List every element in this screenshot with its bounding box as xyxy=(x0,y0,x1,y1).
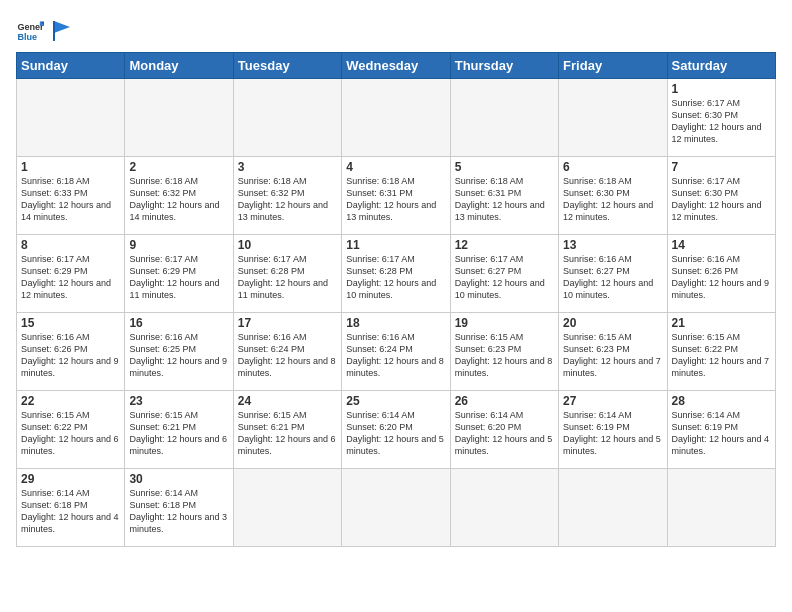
calendar-cell: 8 Sunrise: 6:17 AM Sunset: 6:29 PM Dayli… xyxy=(17,235,125,313)
day-number: 24 xyxy=(238,394,337,408)
calendar-cell xyxy=(450,469,558,547)
day-number: 13 xyxy=(563,238,662,252)
day-number: 20 xyxy=(563,316,662,330)
calendar-cell: 16 Sunrise: 6:16 AM Sunset: 6:25 PM Dayl… xyxy=(125,313,233,391)
day-info: Sunrise: 6:17 AM Sunset: 6:29 PM Dayligh… xyxy=(21,253,120,302)
day-info: Sunrise: 6:18 AM Sunset: 6:32 PM Dayligh… xyxy=(129,175,228,224)
calendar-cell: 18 Sunrise: 6:16 AM Sunset: 6:24 PM Dayl… xyxy=(342,313,450,391)
day-number: 27 xyxy=(563,394,662,408)
day-info: Sunrise: 6:16 AM Sunset: 6:24 PM Dayligh… xyxy=(238,331,337,380)
calendar-cell xyxy=(559,469,667,547)
week-row-4: 15 Sunrise: 6:16 AM Sunset: 6:26 PM Dayl… xyxy=(17,313,776,391)
calendar-cell: 6 Sunrise: 6:18 AM Sunset: 6:30 PM Dayli… xyxy=(559,157,667,235)
day-number: 18 xyxy=(346,316,445,330)
day-header-friday: Friday xyxy=(559,53,667,79)
day-info: Sunrise: 6:15 AM Sunset: 6:22 PM Dayligh… xyxy=(672,331,771,380)
calendar-cell: 12 Sunrise: 6:17 AM Sunset: 6:27 PM Dayl… xyxy=(450,235,558,313)
day-header-thursday: Thursday xyxy=(450,53,558,79)
day-info: Sunrise: 6:15 AM Sunset: 6:21 PM Dayligh… xyxy=(238,409,337,458)
day-number: 17 xyxy=(238,316,337,330)
day-number: 29 xyxy=(21,472,120,486)
day-info: Sunrise: 6:18 AM Sunset: 6:31 PM Dayligh… xyxy=(455,175,554,224)
day-info: Sunrise: 6:17 AM Sunset: 6:30 PM Dayligh… xyxy=(672,97,771,146)
day-info: Sunrise: 6:18 AM Sunset: 6:31 PM Dayligh… xyxy=(346,175,445,224)
calendar-cell: 20 Sunrise: 6:15 AM Sunset: 6:23 PM Dayl… xyxy=(559,313,667,391)
calendar-cell: 1 Sunrise: 6:18 AM Sunset: 6:33 PM Dayli… xyxy=(17,157,125,235)
day-number: 25 xyxy=(346,394,445,408)
day-header-monday: Monday xyxy=(125,53,233,79)
day-info: Sunrise: 6:14 AM Sunset: 6:18 PM Dayligh… xyxy=(21,487,120,536)
logo: General Blue xyxy=(16,16,70,44)
day-number: 5 xyxy=(455,160,554,174)
day-number: 9 xyxy=(129,238,228,252)
day-number: 30 xyxy=(129,472,228,486)
calendar-cell: 23 Sunrise: 6:15 AM Sunset: 6:21 PM Dayl… xyxy=(125,391,233,469)
day-number: 1 xyxy=(672,82,771,96)
day-number: 23 xyxy=(129,394,228,408)
day-number: 15 xyxy=(21,316,120,330)
svg-marker-4 xyxy=(54,21,70,33)
calendar-cell: 21 Sunrise: 6:15 AM Sunset: 6:22 PM Dayl… xyxy=(667,313,775,391)
calendar-cell: 14 Sunrise: 6:16 AM Sunset: 6:26 PM Dayl… xyxy=(667,235,775,313)
day-info: Sunrise: 6:16 AM Sunset: 6:26 PM Dayligh… xyxy=(672,253,771,302)
calendar-cell: 1 Sunrise: 6:17 AM Sunset: 6:30 PM Dayli… xyxy=(667,79,775,157)
logo-icon: General Blue xyxy=(16,16,44,44)
day-info: Sunrise: 6:14 AM Sunset: 6:20 PM Dayligh… xyxy=(346,409,445,458)
week-row-6: 29 Sunrise: 6:14 AM Sunset: 6:18 PM Dayl… xyxy=(17,469,776,547)
day-number: 14 xyxy=(672,238,771,252)
calendar-cell: 15 Sunrise: 6:16 AM Sunset: 6:26 PM Dayl… xyxy=(17,313,125,391)
day-number: 11 xyxy=(346,238,445,252)
day-number: 4 xyxy=(346,160,445,174)
calendar-cell xyxy=(559,79,667,157)
day-info: Sunrise: 6:14 AM Sunset: 6:18 PM Dayligh… xyxy=(129,487,228,536)
day-info: Sunrise: 6:17 AM Sunset: 6:27 PM Dayligh… xyxy=(455,253,554,302)
day-header-row: SundayMondayTuesdayWednesdayThursdayFrid… xyxy=(17,53,776,79)
calendar-cell xyxy=(667,469,775,547)
calendar-cell: 7 Sunrise: 6:17 AM Sunset: 6:30 PM Dayli… xyxy=(667,157,775,235)
calendar-cell: 9 Sunrise: 6:17 AM Sunset: 6:29 PM Dayli… xyxy=(125,235,233,313)
calendar-cell: 3 Sunrise: 6:18 AM Sunset: 6:32 PM Dayli… xyxy=(233,157,341,235)
day-info: Sunrise: 6:15 AM Sunset: 6:22 PM Dayligh… xyxy=(21,409,120,458)
day-info: Sunrise: 6:18 AM Sunset: 6:33 PM Dayligh… xyxy=(21,175,120,224)
day-info: Sunrise: 6:17 AM Sunset: 6:30 PM Dayligh… xyxy=(672,175,771,224)
day-header-wednesday: Wednesday xyxy=(342,53,450,79)
calendar-cell xyxy=(342,79,450,157)
day-info: Sunrise: 6:17 AM Sunset: 6:28 PM Dayligh… xyxy=(238,253,337,302)
calendar-cell: 22 Sunrise: 6:15 AM Sunset: 6:22 PM Dayl… xyxy=(17,391,125,469)
calendar-cell: 2 Sunrise: 6:18 AM Sunset: 6:32 PM Dayli… xyxy=(125,157,233,235)
day-number: 8 xyxy=(21,238,120,252)
svg-text:Blue: Blue xyxy=(17,32,37,42)
calendar-cell: 17 Sunrise: 6:16 AM Sunset: 6:24 PM Dayl… xyxy=(233,313,341,391)
week-row-5: 22 Sunrise: 6:15 AM Sunset: 6:22 PM Dayl… xyxy=(17,391,776,469)
day-number: 22 xyxy=(21,394,120,408)
day-info: Sunrise: 6:16 AM Sunset: 6:26 PM Dayligh… xyxy=(21,331,120,380)
day-header-tuesday: Tuesday xyxy=(233,53,341,79)
day-number: 1 xyxy=(21,160,120,174)
logo-flag-icon xyxy=(52,19,70,41)
day-info: Sunrise: 6:14 AM Sunset: 6:20 PM Dayligh… xyxy=(455,409,554,458)
day-number: 21 xyxy=(672,316,771,330)
calendar-cell: 27 Sunrise: 6:14 AM Sunset: 6:19 PM Dayl… xyxy=(559,391,667,469)
week-row-3: 8 Sunrise: 6:17 AM Sunset: 6:29 PM Dayli… xyxy=(17,235,776,313)
calendar-cell: 13 Sunrise: 6:16 AM Sunset: 6:27 PM Dayl… xyxy=(559,235,667,313)
day-number: 28 xyxy=(672,394,771,408)
calendar-cell xyxy=(233,79,341,157)
calendar-page: General Blue SundayMondayTuesdayWednesda… xyxy=(0,0,792,612)
calendar-cell: 26 Sunrise: 6:14 AM Sunset: 6:20 PM Dayl… xyxy=(450,391,558,469)
week-row-2: 1 Sunrise: 6:18 AM Sunset: 6:33 PM Dayli… xyxy=(17,157,776,235)
day-info: Sunrise: 6:14 AM Sunset: 6:19 PM Dayligh… xyxy=(672,409,771,458)
day-header-saturday: Saturday xyxy=(667,53,775,79)
calendar-cell xyxy=(17,79,125,157)
calendar-cell: 29 Sunrise: 6:14 AM Sunset: 6:18 PM Dayl… xyxy=(17,469,125,547)
calendar-cell: 28 Sunrise: 6:14 AM Sunset: 6:19 PM Dayl… xyxy=(667,391,775,469)
day-number: 6 xyxy=(563,160,662,174)
day-number: 2 xyxy=(129,160,228,174)
day-info: Sunrise: 6:17 AM Sunset: 6:29 PM Dayligh… xyxy=(129,253,228,302)
calendar-cell: 24 Sunrise: 6:15 AM Sunset: 6:21 PM Dayl… xyxy=(233,391,341,469)
day-number: 10 xyxy=(238,238,337,252)
calendar-cell: 5 Sunrise: 6:18 AM Sunset: 6:31 PM Dayli… xyxy=(450,157,558,235)
day-number: 19 xyxy=(455,316,554,330)
calendar-cell xyxy=(233,469,341,547)
day-info: Sunrise: 6:17 AM Sunset: 6:28 PM Dayligh… xyxy=(346,253,445,302)
day-number: 16 xyxy=(129,316,228,330)
